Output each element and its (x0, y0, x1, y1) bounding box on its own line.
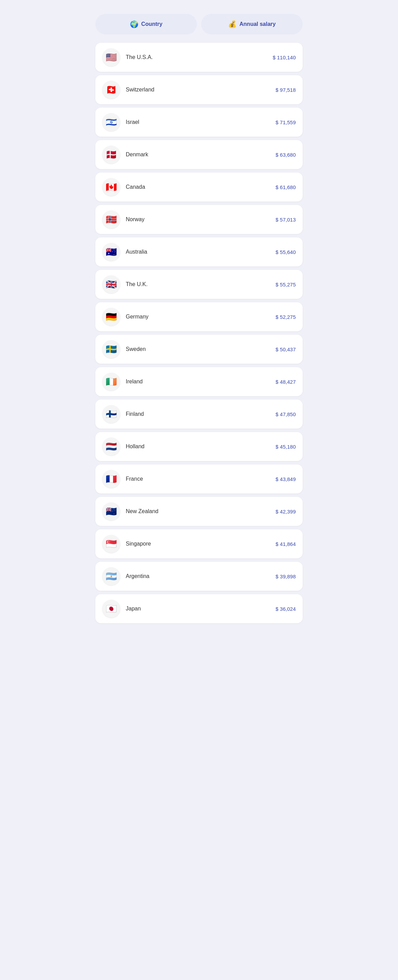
table-row: 🇳🇴 Norway $ 57,013 (95, 205, 303, 234)
country-name: Ireland (126, 379, 270, 385)
flag-icon: 🇺🇸 (102, 48, 120, 66)
salary-value: $ 55,275 (276, 282, 296, 288)
table-row: 🇨🇭 Switzerland $ 97,518 (95, 75, 303, 104)
flag-icon: 🇮🇪 (102, 373, 120, 391)
table-row: 🇸🇪 Sweden $ 50,437 (95, 335, 303, 364)
salary-value: $ 97,518 (276, 87, 296, 93)
flag-icon: 🇮🇱 (102, 113, 120, 131)
table-row: 🇩🇰 Denmark $ 63,680 (95, 140, 303, 169)
flag-icon: 🇳🇱 (102, 438, 120, 455)
country-name: France (126, 476, 270, 482)
country-name: Switzerland (126, 87, 270, 93)
table-row: 🇳🇿 New Zealand $ 42,399 (95, 497, 303, 526)
salary-value: $ 36,024 (276, 606, 296, 612)
table-row: 🇮🇪 Ireland $ 48,427 (95, 367, 303, 396)
country-name: Canada (126, 184, 270, 190)
country-name: Norway (126, 216, 270, 223)
salary-value: $ 110,140 (273, 54, 296, 60)
salary-value: $ 45,180 (276, 444, 296, 450)
salary-value: $ 48,427 (276, 379, 296, 385)
table-row: 🇺🇸 The U.S.A. $ 110,140 (95, 43, 303, 72)
flag-icon: 🇫🇮 (102, 405, 120, 423)
salary-value: $ 43,849 (276, 476, 296, 482)
main-container: 🌍 Country 💰 Annual salary 🇺🇸 The U.S.A. … (92, 7, 306, 633)
salary-value: $ 52,275 (276, 314, 296, 320)
money-bag-icon: 💰 (228, 20, 237, 28)
table-row: 🇳🇱 Holland $ 45,180 (95, 432, 303, 461)
salary-value: $ 50,437 (276, 347, 296, 352)
table-row: 🇨🇦 Canada $ 61,680 (95, 173, 303, 202)
salary-value: $ 47,850 (276, 411, 296, 417)
table-row: 🇮🇱 Israel $ 71,559 (95, 108, 303, 137)
country-name: Holland (126, 444, 270, 450)
table-row: 🇬🇧 The U.K. $ 55,275 (95, 270, 303, 299)
country-name: The U.S.A. (126, 54, 267, 60)
salary-header: 💰 Annual salary (201, 14, 303, 35)
flag-icon: 🇩🇪 (102, 308, 120, 326)
flag-icon: 🇬🇧 (102, 275, 120, 293)
table-row: 🇸🇬 Singapore $ 41,864 (95, 529, 303, 558)
salary-value: $ 61,680 (276, 184, 296, 190)
country-name: The U.K. (126, 281, 270, 288)
salary-value: $ 57,013 (276, 217, 296, 223)
globe-icon: 🌍 (130, 20, 139, 28)
salary-value: $ 71,559 (276, 119, 296, 125)
country-name: Argentina (126, 573, 270, 579)
flag-icon: 🇫🇷 (102, 470, 120, 488)
country-name: Sweden (126, 346, 270, 352)
flag-icon: 🇦🇺 (102, 243, 120, 261)
table-row: 🇯🇵 Japan $ 36,024 (95, 594, 303, 623)
country-name: Denmark (126, 151, 270, 158)
flag-icon: 🇸🇪 (102, 340, 120, 358)
flag-icon: 🇳🇿 (102, 503, 120, 520)
table-row: 🇦🇺 Australia $ 55,640 (95, 237, 303, 266)
country-name: Japan (126, 606, 270, 612)
flag-icon: 🇸🇬 (102, 535, 120, 553)
country-name: Finland (126, 411, 270, 417)
country-name: Singapore (126, 541, 270, 547)
table-row: 🇫🇷 France $ 43,849 (95, 465, 303, 493)
salary-header-label: Annual salary (240, 21, 276, 27)
salary-value: $ 42,399 (276, 509, 296, 514)
table-row: 🇩🇪 Germany $ 52,275 (95, 302, 303, 331)
flag-icon: 🇦🇷 (102, 567, 120, 585)
salary-value: $ 41,864 (276, 541, 296, 547)
salary-value: $ 39,898 (276, 574, 296, 579)
flag-icon: 🇨🇭 (102, 81, 120, 99)
flag-icon: 🇯🇵 (102, 600, 120, 618)
flag-icon: 🇩🇰 (102, 146, 120, 164)
country-name: Germany (126, 314, 270, 320)
salary-value: $ 63,680 (276, 152, 296, 158)
country-name: New Zealand (126, 508, 270, 514)
data-rows-container: 🇺🇸 The U.S.A. $ 110,140 🇨🇭 Switzerland $… (95, 43, 303, 623)
header-row: 🌍 Country 💰 Annual salary (95, 14, 303, 35)
flag-icon: 🇨🇦 (102, 178, 120, 196)
flag-icon: 🇳🇴 (102, 210, 120, 228)
table-row: 🇫🇮 Finland $ 47,850 (95, 399, 303, 429)
country-header-label: Country (141, 21, 162, 27)
country-name: Israel (126, 119, 270, 125)
country-header: 🌍 Country (95, 14, 197, 35)
table-row: 🇦🇷 Argentina $ 39,898 (95, 562, 303, 591)
country-name: Australia (126, 249, 270, 255)
salary-value: $ 55,640 (276, 249, 296, 255)
